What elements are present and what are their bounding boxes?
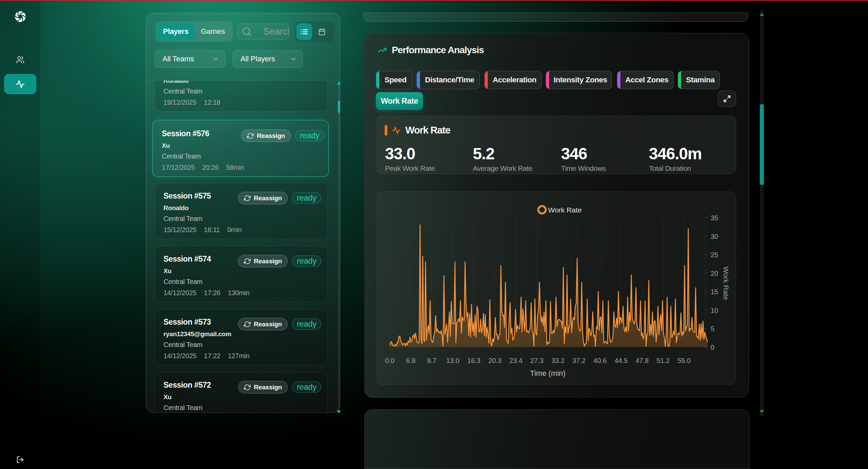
svg-text:Work Rate: Work Rate [548,206,582,214]
svg-text:30: 30 [711,233,718,240]
svg-text:20.3: 20.3 [488,357,502,364]
svg-text:0: 0 [711,344,714,351]
svg-text:10: 10 [711,307,718,314]
svg-text:6.8: 6.8 [406,357,416,364]
svg-text:9.7: 9.7 [427,357,437,364]
svg-text:16.3: 16.3 [467,357,481,364]
svg-text:20: 20 [711,270,718,277]
svg-text:44.5: 44.5 [615,357,628,364]
svg-text:51.2: 51.2 [657,357,670,364]
svg-text:Work Rate: Work Rate [722,267,730,300]
svg-text:37.2: 37.2 [573,357,586,364]
svg-text:5: 5 [711,325,714,332]
svg-text:23.4: 23.4 [509,357,523,364]
svg-text:Time (min): Time (min) [530,369,565,378]
svg-text:47.8: 47.8 [636,357,649,364]
svg-text:25: 25 [711,251,718,259]
svg-text:35: 35 [711,214,718,222]
svg-text:0.0: 0.0 [385,357,394,364]
svg-text:15: 15 [711,288,718,295]
svg-text:40.6: 40.6 [594,357,607,364]
svg-text:33.2: 33.2 [552,357,565,364]
svg-text:13.0: 13.0 [446,357,460,364]
svg-text:55.0: 55.0 [678,357,691,364]
svg-text:27.3: 27.3 [531,357,544,364]
